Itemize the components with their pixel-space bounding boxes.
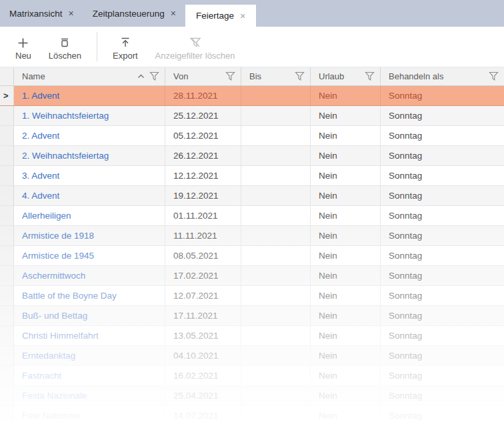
- delete-button[interactable]: Löschen: [40, 29, 90, 64]
- table-row[interactable]: Aschermittwoch 17.02.2021 Nein Sonntag: [0, 266, 504, 286]
- holiday-name-link[interactable]: Festa Nazionale: [14, 386, 165, 406]
- holiday-name-link[interactable]: Buß- und Bettag: [14, 306, 165, 326]
- filter-icon[interactable]: [149, 71, 159, 81]
- holiday-name-link[interactable]: Battle of the Boyne Day: [14, 286, 165, 306]
- toolbar-divider: [97, 32, 97, 61]
- filter-icon[interactable]: [295, 71, 305, 81]
- von-cell: 25.04.2021: [165, 386, 241, 406]
- table-row[interactable]: Fastnacht 16.02.2021 Nein Sonntag: [0, 366, 504, 386]
- urlaub-cell: Nein: [311, 326, 381, 346]
- von-cell: 04.10.2021: [165, 346, 241, 366]
- von-cell: 26.12.2021: [165, 146, 241, 166]
- holiday-name-link[interactable]: 1. Advent: [14, 86, 165, 106]
- holiday-name-link[interactable]: 3. Advent: [14, 166, 165, 186]
- table-row[interactable]: Festa Nazionale 25.04.2021 Nein Sonntag: [0, 386, 504, 406]
- table-row[interactable]: 2. Weihnachtsfeiertag 26.12.2021 Nein So…: [0, 146, 504, 166]
- behandeln-als-cell: Sonntag: [381, 406, 504, 422]
- column-label: Urlaub: [319, 71, 344, 81]
- von-cell: 08.05.2021: [165, 246, 241, 266]
- column-header-name[interactable]: Name: [14, 67, 165, 85]
- table-row[interactable]: Battle of the Boyne Day 12.07.2021 Nein …: [0, 286, 504, 306]
- urlaub-cell: Nein: [311, 366, 381, 386]
- holiday-name-link[interactable]: Christi Himmelfahrt: [14, 326, 165, 346]
- bis-cell: [241, 206, 311, 226]
- tab-feiertage[interactable]: Feiertage ×: [185, 5, 256, 27]
- bis-cell: [241, 86, 311, 106]
- table-row[interactable]: Christi Himmelfahrt 13.05.2021 Nein Sonn…: [0, 326, 504, 346]
- behandeln-als-cell: Sonntag: [381, 206, 504, 226]
- filter-icon[interactable]: [365, 71, 375, 81]
- table-row[interactable]: 4. Advent 19.12.2021 Nein Sonntag: [0, 186, 504, 206]
- holiday-name-link[interactable]: 1. Weihnachtsfeiertag: [14, 106, 165, 126]
- row-selector-cell: [0, 146, 14, 166]
- holiday-name-link[interactable]: Fête Nationale: [14, 406, 165, 422]
- holiday-name-link[interactable]: 2. Advent: [14, 126, 165, 146]
- row-selector-cell: [0, 186, 14, 206]
- holiday-name-link[interactable]: 4. Advent: [14, 186, 165, 206]
- tab-label: Zeitplansteuerung: [93, 9, 165, 19]
- close-icon[interactable]: ×: [171, 8, 176, 19]
- row-selector-cell: [0, 206, 14, 226]
- table-row[interactable]: Buß- und Bettag 17.11.2021 Nein Sonntag: [0, 306, 504, 326]
- table-row[interactable]: Erntedanktag 04.10.2021 Nein Sonntag: [0, 346, 504, 366]
- table-row[interactable]: 3. Advent 12.12.2021 Nein Sonntag: [0, 166, 504, 186]
- behandeln-als-cell: Sonntag: [381, 226, 504, 246]
- table-row[interactable]: Fête Nationale 14.07.2021 Nein Sonntag: [0, 406, 504, 422]
- urlaub-cell: Nein: [311, 286, 381, 306]
- close-icon[interactable]: ×: [240, 11, 245, 21]
- tab-matrixansicht[interactable]: Matrixansicht ×: [0, 0, 83, 27]
- von-cell: 14.07.2021: [165, 406, 241, 422]
- von-cell: 19.12.2021: [165, 186, 241, 206]
- urlaub-cell: Nein: [311, 386, 381, 406]
- column-header-behandeln-als[interactable]: Behandeln als: [381, 67, 504, 85]
- row-selector-cell: [0, 286, 14, 306]
- von-cell: 17.02.2021: [165, 266, 241, 286]
- holiday-name-link[interactable]: Armistice de 1945: [14, 246, 165, 266]
- row-selector-cell: [0, 326, 14, 346]
- table-row[interactable]: 2. Advent 05.12.2021 Nein Sonntag: [0, 126, 504, 146]
- bis-cell: [241, 346, 311, 366]
- row-selector-cell: [0, 226, 14, 246]
- column-header-von[interactable]: Von: [165, 67, 241, 85]
- bis-cell: [241, 226, 311, 246]
- bis-cell: [241, 326, 311, 346]
- von-cell: 13.05.2021: [165, 326, 241, 346]
- row-selector-header: [0, 67, 14, 85]
- von-cell: 28.11.2021: [165, 86, 241, 106]
- row-selector-cell: [0, 266, 14, 286]
- holiday-name-link[interactable]: Erntedanktag: [14, 346, 165, 366]
- table-row[interactable]: > 1. Advent 28.11.2021 Nein Sonntag: [0, 86, 504, 106]
- export-button[interactable]: Export: [104, 29, 147, 64]
- column-header-bis[interactable]: Bis: [241, 67, 311, 85]
- tab-zeitplansteuerung[interactable]: Zeitplansteuerung ×: [83, 0, 185, 27]
- behandeln-als-cell: Sonntag: [381, 346, 504, 366]
- close-icon[interactable]: ×: [69, 8, 74, 19]
- filter-icon[interactable]: [489, 71, 499, 81]
- holiday-name-link[interactable]: Allerheiligen: [14, 206, 165, 226]
- von-cell: 17.11.2021: [165, 306, 241, 326]
- column-header-urlaub[interactable]: Urlaub: [311, 67, 381, 85]
- table-row[interactable]: 1. Weihnachtsfeiertag 25.12.2021 Nein So…: [0, 106, 504, 126]
- behandeln-als-cell: Sonntag: [381, 86, 504, 106]
- holiday-name-link[interactable]: Armistice de 1918: [14, 226, 165, 246]
- table-row[interactable]: Allerheiligen 01.11.2021 Nein Sonntag: [0, 206, 504, 226]
- holiday-name-link[interactable]: Fastnacht: [14, 366, 165, 386]
- holiday-name-link[interactable]: Aschermittwoch: [14, 266, 165, 286]
- table-row[interactable]: Armistice de 1918 11.11.2021 Nein Sonnta…: [0, 226, 504, 246]
- column-label: Behandeln als: [389, 71, 443, 81]
- table-body: > 1. Advent 28.11.2021 Nein Sonntag 1. W…: [0, 86, 504, 422]
- holiday-name-link[interactable]: 2. Weihnachtsfeiertag: [14, 146, 165, 166]
- urlaub-cell: Nein: [311, 406, 381, 422]
- table-header: Name Von Bis Urlaub: [0, 67, 504, 86]
- row-selector-cell: [0, 366, 14, 386]
- filter-icon[interactable]: [225, 71, 235, 81]
- bis-cell: [241, 286, 311, 306]
- plus-icon: [17, 33, 29, 49]
- urlaub-cell: Nein: [311, 126, 381, 146]
- new-button[interactable]: Neu: [7, 29, 40, 64]
- von-cell: 11.11.2021: [165, 226, 241, 246]
- behandeln-als-cell: Sonntag: [381, 146, 504, 166]
- table-row[interactable]: Armistice de 1945 08.05.2021 Nein Sonnta…: [0, 246, 504, 266]
- behandeln-als-cell: Sonntag: [381, 286, 504, 306]
- clear-display-filter-label: Anzeigefilter löschen: [155, 51, 235, 61]
